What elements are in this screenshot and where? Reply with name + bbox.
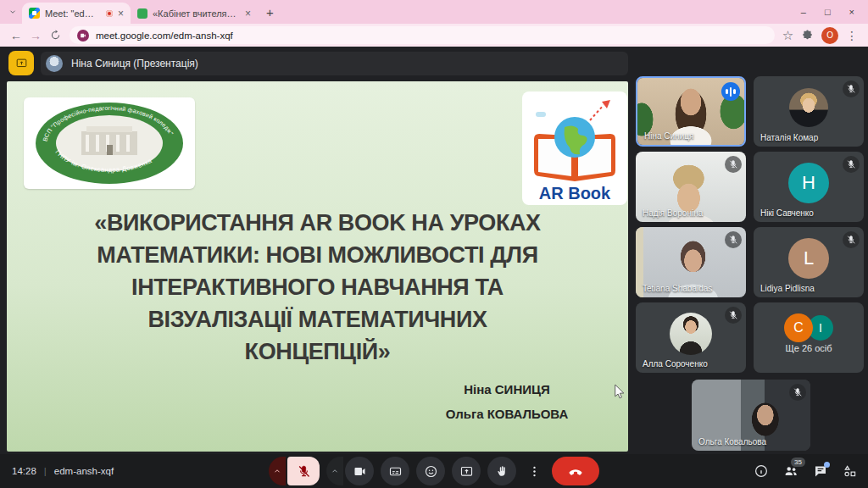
mic-muted-icon xyxy=(789,384,806,401)
camera-control-group xyxy=(326,457,374,485)
slide-title-line: ІНТЕРАКТИВНОГО НАВЧАННЯ ТА xyxy=(32,271,603,303)
meet-site-icon xyxy=(77,30,89,42)
browser-toolbar: ← → meet.google.com/edm-ansh-xqf ☆ O ⋮ xyxy=(0,24,868,47)
college-emblem: ВСП "Професійно-педагогічний фаховий кол… xyxy=(24,97,195,189)
mic-muted-icon xyxy=(725,156,742,173)
new-tab-button[interactable]: + xyxy=(266,5,274,19)
avatar-initial: C xyxy=(784,313,813,342)
speaking-indicator-icon xyxy=(721,82,740,101)
url-text: meet.google.com/edm-ansh-xqf xyxy=(96,30,233,41)
reactions-button[interactable] xyxy=(416,457,445,485)
separator: | xyxy=(44,466,47,476)
meeting-details-button[interactable] xyxy=(754,463,769,479)
mouse-cursor xyxy=(614,385,626,402)
tab-search-chevron-icon[interactable] xyxy=(8,8,17,16)
captions-button[interactable] xyxy=(381,457,409,485)
participant-name: Lidiya Pidlisna xyxy=(760,284,815,293)
browser-tab-strip: Meet: "edm-ansh-xqf" × «Кабінет вчителя»… xyxy=(0,0,868,24)
meeting-code: edm-ansh-xqf xyxy=(54,466,114,476)
presenter-name: Ніна СИНИЦЯ xyxy=(405,382,609,396)
mic-muted-icon xyxy=(843,156,860,173)
people-count-badge: 35 xyxy=(791,458,805,467)
tab-title: Meet: "edm-ansh-xqf" xyxy=(45,8,101,19)
reload-button[interactable] xyxy=(49,29,62,42)
slide-title: «ВИКОРИСТАННЯ AR BOOK НА УРОКАХ МАТЕМАТИ… xyxy=(32,207,603,368)
presenter-banner[interactable]: Ніна Синиця (Презентація) xyxy=(41,52,628,75)
slide-title-line: МАТЕМАТИКИ: НОВІ МОЖЛИВОСТІ ДЛЯ xyxy=(32,239,603,271)
participant-name: Ольга Ковальова xyxy=(698,437,766,446)
participant-tile[interactable]: Н Нікі Савченко xyxy=(754,152,864,222)
mic-muted-icon xyxy=(843,80,860,97)
participant-tile[interactable]: Tetiana Shabaldas xyxy=(636,227,746,297)
meet-control-bar: 14:28 | edm-ansh-xqf xyxy=(0,454,868,488)
presenting-indicator-button[interactable] xyxy=(8,51,34,75)
tab-title: «Кабінет вчителя» - це зручн… xyxy=(153,8,240,19)
participant-name: Надія Вороніна xyxy=(643,208,703,218)
mic-muted-icon xyxy=(843,231,860,248)
clock-time: 14:28 xyxy=(12,466,36,476)
slide-title-line: КОНЦЕПЦІЙ» xyxy=(32,336,603,368)
extensions-icon[interactable] xyxy=(801,29,814,42)
mic-muted-icon xyxy=(725,231,742,248)
presentation-slide: ВСП "Професійно-педагогічний фаховий кол… xyxy=(7,81,628,452)
mic-options-chevron[interactable] xyxy=(269,457,286,485)
avatar-initial: L xyxy=(804,247,814,269)
mic-mute-button[interactable] xyxy=(287,457,320,485)
forward-button[interactable]: → xyxy=(30,30,42,42)
recording-indicator-icon xyxy=(106,10,113,17)
slide-title-line: «ВИКОРИСТАННЯ AR BOOK НА УРОКАХ xyxy=(32,207,603,239)
meet-stage: Ніна Синиця (Презентація) ВСП "Професійн… xyxy=(0,47,868,454)
more-options-button[interactable] xyxy=(523,457,545,485)
camera-button[interactable] xyxy=(345,457,374,485)
participant-name: Алла Сороченко xyxy=(643,359,708,369)
participant-avatar xyxy=(789,88,828,127)
participant-tile[interactable]: Алла Сороченко xyxy=(636,302,746,373)
participant-avatar: L xyxy=(788,238,829,279)
browser-tab-meet[interactable]: Meet: "edm-ansh-xqf" × xyxy=(22,3,131,24)
end-call-button[interactable] xyxy=(552,457,599,485)
chat-notification-dot xyxy=(824,462,830,468)
activities-button[interactable] xyxy=(843,463,858,479)
profile-avatar[interactable]: O xyxy=(821,27,838,44)
participant-tile[interactable]: Ольга Ковальова xyxy=(692,380,810,451)
participant-name: Ніна Синиця xyxy=(644,131,693,141)
participant-tile[interactable]: Наталія Комар xyxy=(754,76,864,147)
arbook-label: AR Book xyxy=(539,184,611,202)
participant-name: Tetiana Shabaldas xyxy=(643,284,712,293)
participant-name: Нікі Савченко xyxy=(760,208,814,218)
more-people-label: Ще 26 осіб xyxy=(754,343,864,353)
participant-avatar: Н xyxy=(788,163,829,203)
browser-menu-icon[interactable]: ⋮ xyxy=(846,29,858,42)
overflow-tile[interactable]: C I Ще 26 осіб xyxy=(754,302,864,373)
slide-title-line: ВІЗУАЛІЗАЦІЇ МАТЕМАТИЧНИХ xyxy=(32,303,603,336)
bookmark-star-icon[interactable]: ☆ xyxy=(782,28,793,43)
mic-muted-icon xyxy=(725,307,742,324)
camera-options-chevron[interactable] xyxy=(326,457,343,485)
back-button[interactable]: ← xyxy=(10,30,22,42)
participant-tile[interactable]: L Lidiya Pidlisna xyxy=(754,227,864,297)
present-button[interactable] xyxy=(452,457,481,485)
people-button[interactable]: 35 xyxy=(783,463,798,479)
raise-hand-button[interactable] xyxy=(487,457,516,485)
site-favicon-icon xyxy=(137,8,147,19)
avatar-initial: Н xyxy=(802,172,815,194)
window-maximize-button[interactable]: □ xyxy=(825,7,831,17)
address-bar[interactable]: meet.google.com/edm-ansh-xqf xyxy=(70,26,775,44)
participant-tile[interactable]: Надія Вороніна xyxy=(636,152,746,222)
window-close-button[interactable]: × xyxy=(849,7,854,17)
participant-name: Наталія Комар xyxy=(760,133,818,142)
participant-avatar xyxy=(670,313,712,355)
participant-tile[interactable]: Ніна Синиця xyxy=(636,76,746,147)
tab-close-icon[interactable]: × xyxy=(245,8,251,19)
meet-favicon-icon xyxy=(29,8,40,19)
browser-tab-teacher-cabinet[interactable]: «Кабінет вчителя» - це зручн… × xyxy=(131,3,258,24)
chat-button[interactable] xyxy=(813,463,828,479)
presenter-banner-label: Ніна Синиця (Презентація) xyxy=(71,58,198,69)
arbook-logo: AR Book xyxy=(522,92,627,205)
presenter-avatar xyxy=(46,55,63,72)
window-minimize-button[interactable]: – xyxy=(801,7,806,17)
presenter-name: Ольга КОВАЛЬОВА xyxy=(405,407,609,421)
mic-control-group xyxy=(269,457,320,485)
slide-presenters: Ніна СИНИЦЯ Ольга КОВАЛЬОВА xyxy=(405,382,609,421)
tab-close-icon[interactable]: × xyxy=(118,8,124,19)
